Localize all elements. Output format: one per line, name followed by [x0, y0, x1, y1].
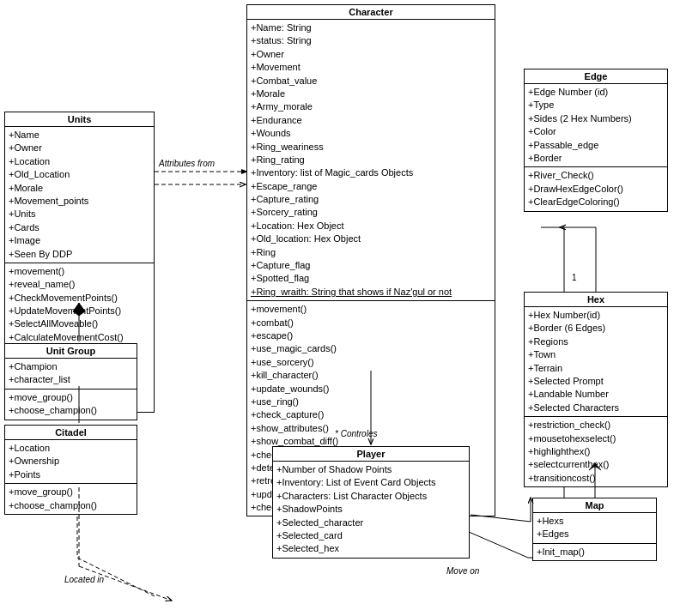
citadel-attributes: +Location +Ownership +Points — [5, 440, 137, 484]
hex-attr-3: +Regions — [528, 335, 664, 348]
units-attr-5: +Morale — [9, 182, 150, 195]
char-attr-12: +Inventory: list of Magic_cards Objects — [251, 166, 491, 179]
cit-attr-1: +Location — [9, 442, 133, 455]
char-attr-9: +Wounds — [251, 127, 491, 140]
character-box: Character +Name: String +status: String … — [246, 4, 495, 516]
units-attr-10: +Seen By DDP — [9, 248, 150, 261]
char-attr-14: +Capture_rating — [251, 193, 491, 206]
edge-attr-4: +Color — [528, 125, 664, 138]
hex-attributes: +Hex Number(id) +Border (6 Edges) +Regio… — [525, 307, 667, 417]
char-method-3: +escape() — [251, 329, 491, 342]
edge-method-3: +ClearEdgeColoring() — [528, 196, 664, 208]
char-attr-21: +Ring_wraith: String that shows if Naz'g… — [251, 286, 491, 299]
player-attr-5: +Selected_character — [276, 516, 465, 529]
hex-attr-6: +Selected Prompt — [528, 375, 664, 388]
units-attr-7: +Units — [9, 208, 150, 220]
citadel-title: Citadel — [5, 426, 137, 440]
cit-attr-3: +Points — [9, 468, 133, 481]
char-attr-6: +Morale — [251, 88, 491, 100]
player-attributes: +Number of Shadow Points +Inventory: Lis… — [273, 462, 469, 558]
units-attr-4: +Old_Location — [9, 168, 150, 181]
controles-label: * Controles — [335, 429, 377, 438]
citadel-box: Citadel +Location +Ownership +Points +mo… — [4, 425, 137, 515]
ug-method-1: +move_group() — [9, 391, 133, 404]
player-title: Player — [273, 447, 469, 462]
units-method-2: +reveal_name() — [9, 278, 150, 291]
cit-method-1: +move_group() — [9, 486, 133, 498]
map-attr-2: +Edges — [537, 528, 653, 541]
units-attr-6: +Movement_points — [9, 195, 150, 208]
hex-method-2: +mousetohexselect() — [528, 432, 664, 445]
units-method-3: +CheckMovementPoints() — [9, 292, 150, 305]
char-method-5: +use_sorcery() — [251, 356, 491, 369]
player-attr-4: +ShadowPoints — [276, 503, 465, 516]
char-method-2: +combat() — [251, 317, 491, 329]
hex-method-3: +highlighthex() — [528, 445, 664, 458]
diagram-container: Character +Name: String +status: String … — [0, 0, 674, 616]
edge-title: Edge — [525, 69, 667, 84]
edge-attr-6: +Border — [528, 152, 664, 165]
edge-attr-5: +Passable_edge — [528, 139, 664, 152]
hex-attr-4: +Town — [528, 348, 664, 361]
ug-attr-2: +character_list — [9, 373, 133, 386]
char-attr-18: +Ring — [251, 246, 491, 259]
char-method-7: +update_wounds() — [251, 383, 491, 396]
edge-attr-2: +Type — [528, 99, 664, 112]
char-method-1: +movement() — [251, 303, 491, 316]
hex-method-1: +restriction_check() — [528, 419, 664, 432]
char-attr-16: +Location: Hex Object — [251, 220, 491, 233]
char-method-9: +check_capture() — [251, 408, 491, 421]
char-attr-7: +Army_morale — [251, 100, 491, 113]
units-attr-8: +Cards — [9, 221, 150, 234]
char-attr-11: +Ring_rating — [251, 154, 491, 166]
units-attr-1: +Name — [9, 129, 150, 142]
unit-group-methods: +move_group() +choose_champion() — [5, 390, 137, 420]
char-method-8: +use_ring() — [251, 396, 491, 408]
units-title: Units — [5, 112, 154, 127]
hex-attr-8: +Selected Characters — [528, 402, 664, 414]
char-attr-2: +status: String — [251, 34, 491, 47]
edge-attr-3: +Sides (2 Hex Numbers) — [528, 112, 664, 125]
located-in-label: Located in — [64, 575, 104, 584]
map-methods: +Init_map() — [533, 544, 656, 560]
hex-title: Hex — [525, 293, 667, 307]
char-attr-1: +Name: String — [251, 21, 491, 34]
character-attributes: +Name: String +status: String +Owner +Mo… — [247, 20, 495, 301]
edge-method-2: +DrawHexEdgeColor() — [528, 183, 664, 196]
units-attr-3: +Location — [9, 155, 150, 168]
units-attributes: +Name +Owner +Location +Old_Location +Mo… — [5, 127, 154, 263]
char-attr-15: +Sorcery_rating — [251, 206, 491, 219]
player-attr-6: +Selected_card — [276, 529, 465, 542]
player-attr-1: +Number of Shadow Points — [276, 463, 465, 476]
player-attr-7: +Selected_hex — [276, 542, 465, 555]
player-attr-3: +Characters: List Character Objects — [276, 490, 465, 503]
hex-box: Hex +Hex Number(id) +Border (6 Edges) +R… — [524, 292, 668, 487]
char-attr-13: +Escape_range — [251, 180, 491, 193]
units-method-6: +CalculateMovementCost() — [9, 331, 150, 344]
hex-attr-2: +Border (6 Edges) — [528, 322, 664, 335]
units-method-4: +UpdateMovementPoints() — [9, 305, 150, 317]
char-attr-10: +Ring_weariness — [251, 141, 491, 154]
edge-attributes: +Edge Number (id) +Type +Sides (2 Hex Nu… — [525, 84, 667, 167]
move-on-label: Move on — [446, 566, 479, 576]
citadel-methods: +move_group() +choose_champion() — [5, 484, 137, 514]
edge-method-1: +River_Check() — [528, 169, 664, 182]
player-box: Player +Number of Shadow Points +Invento… — [272, 446, 470, 559]
unit-group-box: Unit Group +Champion +character_list +mo… — [4, 343, 137, 420]
map-title: Map — [533, 498, 656, 513]
hex-attr-5: +Terrain — [528, 362, 664, 375]
char-attr-19: +Capture_flag — [251, 259, 491, 272]
char-attr-3: +Owner — [251, 48, 491, 61]
char-attr-17: +Old_location: Hex Object — [251, 233, 491, 245]
cit-attr-2: +Ownership — [9, 455, 133, 468]
ug-method-2: +choose_champion() — [9, 404, 133, 417]
map-box: Map +Hexs +Edges +Init_map() — [532, 498, 657, 561]
hex-methods: +restriction_check() +mousetohexselect()… — [525, 417, 667, 486]
char-method-4: +use_magic_cards() — [251, 342, 491, 355]
hex-attr-7: +Landable Number — [528, 388, 664, 401]
unit-group-attributes: +Champion +character_list — [5, 359, 137, 390]
unit-group-title: Unit Group — [5, 344, 137, 359]
edge-methods: +River_Check() +DrawHexEdgeColor() +Clea… — [525, 167, 667, 210]
char-attr-8: +Endurance — [251, 114, 491, 127]
map-method-1: +Init_map() — [537, 546, 653, 559]
